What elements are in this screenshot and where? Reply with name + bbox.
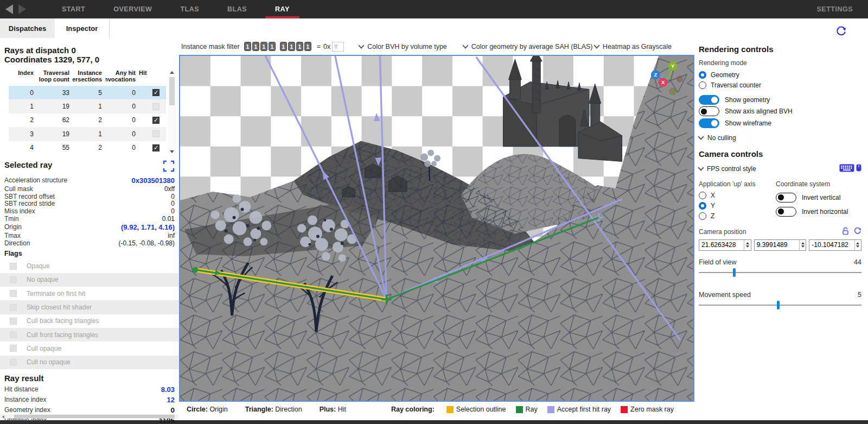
flag-row: Skip closest hit shader — [0, 300, 179, 314]
stepper-icons[interactable] — [799, 240, 806, 250]
nav-tabs: START OVERVIEW TLAS BLAS RAY — [48, 0, 304, 18]
invert-vertical-toggle[interactable]: Invert vertical — [776, 191, 861, 205]
table-row[interactable]: 4 55 2 0 — [9, 141, 166, 155]
slider-thumb[interactable] — [777, 301, 780, 309]
mode-traversal-counter-radio[interactable]: Traversal counter — [699, 80, 861, 90]
rendering-mode-label: Rendering mode — [699, 59, 861, 67]
show-axis-aligned-bvh-toggle[interactable]: Show axis aligned BVH — [699, 106, 861, 118]
flag-checkbox — [10, 345, 17, 352]
movement-speed-slider[interactable] — [699, 300, 861, 311]
unlock-icon[interactable] — [842, 227, 849, 237]
camera-z-input[interactable] — [809, 239, 861, 251]
invert-horizontal-toggle[interactable]: Invert horizontal — [776, 205, 861, 219]
origin-value: (9.92, 1.71, 4.16) — [121, 223, 175, 231]
show-wireframe-toggle[interactable]: Show wireframe — [699, 117, 861, 129]
table-scrollbar[interactable] — [168, 69, 176, 155]
ray-swatch — [516, 406, 523, 413]
tab-blas[interactable]: BLAS — [213, 0, 261, 18]
tab-overview[interactable]: OVERVIEW — [99, 0, 166, 18]
table-row[interactable]: 0 33 5 0 — [9, 86, 166, 99]
color-geometry-dropdown[interactable]: Color geometry by average SAH (BLAS) — [463, 43, 593, 50]
tab-dispatches[interactable]: Dispatches — [0, 18, 55, 38]
camera-controls-heading: Camera controls — [699, 149, 861, 159]
hit-distance-value: 8.03 — [161, 385, 175, 394]
hscroll-thumb[interactable] — [14, 415, 175, 418]
color-bvh-dropdown[interactable]: Color BVH by volume type — [359, 43, 447, 50]
tab-tlas[interactable]: TLAS — [166, 0, 213, 18]
table-row[interactable]: 1 19 1 0 — [9, 99, 166, 113]
selected-ray-heading: Selected ray — [4, 160, 52, 169]
flag-row: Cull no opaque — [0, 356, 179, 369]
mask-bit-button[interactable]: 1 — [260, 42, 267, 51]
back-icon[interactable] — [5, 4, 13, 14]
scroll-thumb[interactable] — [169, 77, 175, 105]
tab-start[interactable]: START — [48, 0, 99, 18]
flag-row: Terminate on first hit — [0, 287, 179, 300]
camera-y-input[interactable] — [754, 239, 807, 251]
stepper-icons[interactable] — [744, 240, 750, 250]
camera-x-input[interactable] — [699, 239, 751, 251]
up-axis-z-radio[interactable]: Z — [699, 211, 776, 222]
mask-bit-button[interactable]: 1 — [296, 42, 303, 51]
mask-bit-button[interactable]: 1 — [269, 42, 276, 51]
focus-ray-icon[interactable] — [163, 160, 175, 174]
col-instance-intersections: Instance intersections — [73, 69, 105, 83]
mask-hex-input[interactable] — [332, 42, 344, 52]
control-style-dropdown[interactable]: FPS control style — [699, 165, 756, 173]
mask-bit-button[interactable]: 1 — [304, 42, 311, 51]
instance-index-value: 12 — [167, 396, 175, 404]
mask-bit-button[interactable]: 1 — [280, 42, 287, 51]
svg-text:Y: Y — [671, 63, 675, 69]
culling-dropdown[interactable]: No culling — [699, 134, 861, 142]
scroll-down-icon[interactable] — [170, 150, 174, 153]
col-any-hit-invocations: Any hit invocations — [105, 69, 139, 83]
viewport-toolbar: Instance mask filter 1 1 1 1 1 1 1 1 = 0… — [179, 38, 694, 55]
table-row[interactable]: 3 19 1 0 — [9, 127, 166, 141]
svg-text:Z: Z — [654, 72, 657, 78]
mode-geometry-radio[interactable]: Geometry — [699, 69, 861, 80]
field-of-view-value: 44 — [854, 258, 861, 266]
mouse-icon — [856, 164, 861, 173]
left-panel-hscrollbar[interactable] — [0, 414, 179, 419]
hit-checkbox[interactable] — [152, 117, 159, 124]
up-axis-label: Application 'up' axis — [699, 180, 776, 188]
slider-thumb[interactable] — [733, 268, 736, 277]
hit-checkbox[interactable] — [152, 144, 159, 151]
mask-bit-button[interactable]: 1 — [288, 42, 295, 51]
forward-icon[interactable] — [18, 4, 26, 14]
chevron-down-icon — [462, 42, 468, 48]
keyboard-icon — [839, 164, 854, 174]
mask-bit-button[interactable]: 1 — [244, 42, 251, 51]
flag-row: No opaque — [0, 273, 179, 287]
scroll-left-icon[interactable] — [2, 415, 4, 419]
up-axis-y-radio[interactable]: Y — [699, 201, 776, 211]
chevron-down-icon — [359, 42, 365, 48]
field-of-view-slider[interactable] — [699, 267, 861, 278]
mask-bit-button[interactable]: 1 — [252, 42, 259, 51]
instance-mask-filter-label: Instance mask filter — [181, 43, 240, 50]
reset-position-icon[interactable] — [853, 227, 861, 237]
tab-settings[interactable]: SETTINGS — [816, 5, 853, 13]
scroll-up-icon[interactable] — [170, 71, 174, 74]
camera-position-label: Camera position — [699, 228, 746, 236]
flag-checkbox — [10, 318, 17, 325]
stepper-icons[interactable] — [854, 240, 861, 250]
up-axis-x-radio[interactable]: X — [699, 191, 776, 201]
rendering-controls-heading: Rendering controls — [699, 45, 861, 54]
refresh-icon[interactable] — [835, 26, 846, 39]
viewport-legend: Circle: Origin Triangle: Direction Plus:… — [179, 402, 694, 420]
hit-checkbox[interactable] — [152, 103, 159, 110]
viewport-canvas[interactable]: Y Z X — [180, 56, 693, 401]
heatmap-dropdown[interactable]: Heatmap as Grayscale — [595, 43, 672, 50]
col-index: Index — [9, 69, 37, 76]
viewport-3d[interactable]: Y Z X — [179, 55, 694, 402]
hit-checkbox[interactable] — [152, 130, 159, 137]
tab-inspector[interactable]: Inspector — [55, 18, 110, 38]
table-header-row: Index Traversal loop count Instance inte… — [9, 69, 166, 86]
selection-outline-swatch — [446, 406, 454, 413]
table-row[interactable]: 2 62 2 0 — [9, 113, 166, 127]
hit-checkbox[interactable] — [152, 89, 159, 96]
movement-speed-value: 5 — [858, 291, 861, 299]
tab-ray[interactable]: RAY — [261, 0, 304, 18]
show-geometry-toggle[interactable]: Show geometry — [699, 94, 861, 106]
